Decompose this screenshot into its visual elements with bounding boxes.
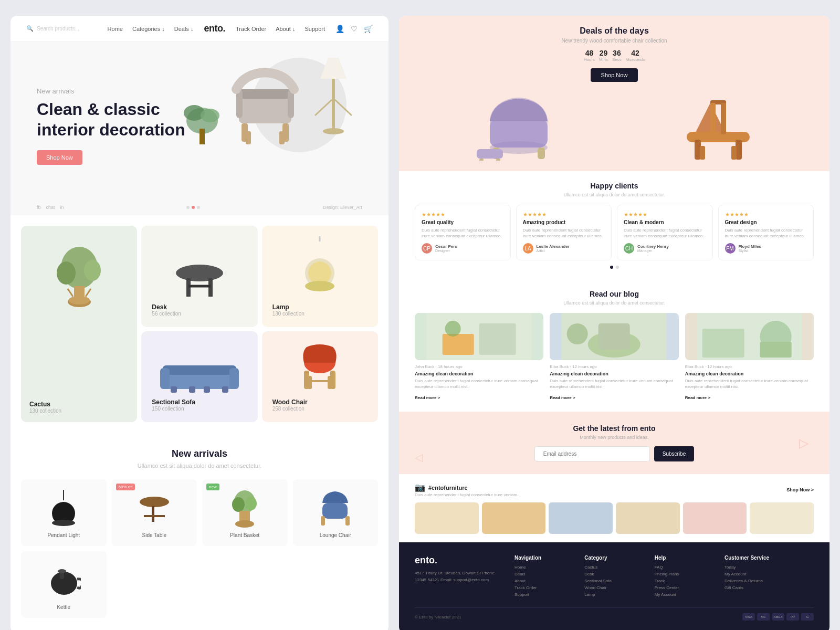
product-name-chair: Lounge Chair xyxy=(301,532,371,538)
review-text-3: Duis aute reprehenderit fugiat consectet… xyxy=(624,227,706,239)
wishlist-icon[interactable]: ♡ xyxy=(351,25,358,33)
footer-cs-account[interactable]: My Account xyxy=(724,572,814,576)
svg-point-16 xyxy=(323,128,344,134)
insta-img-6[interactable] xyxy=(750,502,814,534)
footer-help-press[interactable]: Press Center xyxy=(655,585,714,590)
product-pendant-light[interactable]: Pendant Light xyxy=(21,479,107,546)
nav-track[interactable]: Track Order xyxy=(236,26,266,32)
insta-img-3[interactable] xyxy=(549,502,613,534)
svg-rect-75 xyxy=(700,146,705,160)
product-lounge-chair[interactable]: Lounge Chair xyxy=(293,479,379,546)
nav-deals[interactable]: Deals ↓ xyxy=(174,26,194,32)
nav-about[interactable]: About ↓ xyxy=(276,26,295,32)
side-table-icon xyxy=(139,491,170,526)
right-panel: Deals of the days New trendy wood comfor… xyxy=(399,16,830,630)
search-bar[interactable]: 🔍 Search products... xyxy=(26,25,97,32)
product-plant-basket[interactable]: new Plant Basket xyxy=(202,479,288,546)
footer-category-col: Category Cactus Desk Sectional Sofa Wood… xyxy=(584,555,644,599)
social-in[interactable]: in xyxy=(60,205,64,210)
happy-clients-section: Happy clients Ullamco est sit aliqua dol… xyxy=(399,171,830,279)
category-desk[interactable]: Desk 56 collection xyxy=(141,226,257,327)
blog-read-more-3[interactable]: Read more > xyxy=(685,395,710,400)
dot-3[interactable] xyxy=(197,206,200,209)
insta-img-5[interactable] xyxy=(683,502,747,534)
cart-icon[interactable]: 🛒 xyxy=(364,25,373,33)
insta-img-4[interactable] xyxy=(616,502,680,534)
review-dot-1[interactable] xyxy=(610,266,613,269)
svg-point-19 xyxy=(84,260,101,281)
instagram-shop-link[interactable]: Shop Now > xyxy=(786,487,814,492)
payment-amex: AMEX xyxy=(772,613,784,621)
footer-cs-deliveries[interactable]: Deliveries & Returns xyxy=(724,579,814,583)
cat-wood-chair-count: 258 collection xyxy=(272,406,368,412)
user-icon[interactable]: 👤 xyxy=(335,25,344,33)
footer: ento. 4517 Tibury Dr. Steuben, Dowart St… xyxy=(399,542,830,630)
svg-marker-12 xyxy=(320,58,346,79)
dot-2[interactable] xyxy=(192,206,195,209)
svg-rect-34 xyxy=(163,365,236,375)
blog-post-text-3: Duis aute reprehenderit fugiat consectet… xyxy=(685,379,814,390)
footer-help-track[interactable]: Track xyxy=(655,579,714,583)
product-name-pendant: Pendant Light xyxy=(29,532,99,538)
social-fb[interactable]: fb xyxy=(37,205,41,210)
blog-read-more-2[interactable]: Read more > xyxy=(550,395,575,400)
hero-section: New arrivals Clean & classic interior de… xyxy=(10,42,388,200)
newsletter-email-input[interactable] xyxy=(534,446,650,461)
blog-read-more-1[interactable]: Read more > xyxy=(415,395,440,400)
nav-home[interactable]: Home xyxy=(108,26,123,32)
cat-desk-name: Desk xyxy=(152,303,247,311)
nav-support[interactable]: Support xyxy=(304,26,325,32)
footer-link-track[interactable]: Track Order xyxy=(514,585,574,590)
footer-cs-today[interactable]: Today xyxy=(724,565,814,570)
footer-cat-desk[interactable]: Desk xyxy=(584,572,644,576)
dot-1[interactable] xyxy=(186,206,190,209)
footer-link-support[interactable]: Support xyxy=(514,592,574,597)
category-sofa[interactable]: Sectional Sofa 150 collection xyxy=(141,331,257,422)
svg-point-54 xyxy=(232,497,245,512)
footer-help-pricing[interactable]: Pricing Plans xyxy=(655,572,714,576)
subscribe-button[interactable]: Subscribe xyxy=(654,446,694,461)
nav-categories[interactable]: Categories ↓ xyxy=(132,26,165,32)
svg-point-22 xyxy=(69,296,90,304)
product-side-table[interactable]: 50% off Side Table xyxy=(112,479,197,546)
footer-link-home[interactable]: Home xyxy=(514,565,574,570)
svg-point-82 xyxy=(445,321,461,337)
blog-post-text-2: Duis aute reprehenderit fugiat consectet… xyxy=(550,379,678,390)
review-dot-2[interactable] xyxy=(616,266,619,269)
footer-cs-gift[interactable]: Gift Cards xyxy=(724,585,814,590)
footer-help-account[interactable]: My Account xyxy=(655,592,714,597)
product-kettle[interactable]: Kettle xyxy=(21,551,107,618)
countdown-secs: 36 Secs xyxy=(612,49,622,62)
footer-cat-lamp[interactable]: Lamp xyxy=(584,592,644,597)
svg-point-55 xyxy=(245,497,257,510)
payment-gpay: G xyxy=(801,613,814,621)
categories-grid: Cactus 130 collection Desk 56 collection xyxy=(10,215,388,433)
insta-img-1[interactable] xyxy=(415,502,479,534)
new-arrivals-subtitle: Ullamco est sit aliqua dolor do amet con… xyxy=(21,463,378,469)
social-chat[interactable]: chat xyxy=(46,205,55,210)
review-text-1: Duis aute reprehenderit fugiat consectet… xyxy=(422,227,504,239)
lamp-illustration xyxy=(304,236,335,299)
footer-cat-chair[interactable]: Wood Chair xyxy=(584,585,644,590)
category-cactus[interactable]: Cactus 130 collection xyxy=(21,226,137,422)
reviewer-avatar-4: FM xyxy=(725,243,736,254)
blog-meta-1: John Buck · 18 hours ago xyxy=(415,364,543,369)
footer-link-deals[interactable]: Deals xyxy=(514,572,574,576)
footer-cat-cactus[interactable]: Cactus xyxy=(584,565,644,570)
hero-cta-button[interactable]: Shop Now xyxy=(37,150,82,165)
footer-cat-sofa[interactable]: Sectional Sofa xyxy=(584,579,644,583)
category-wood-chair[interactable]: Wood Chair 258 collection xyxy=(262,331,378,422)
footer-link-about[interactable]: About xyxy=(514,579,574,583)
countdown-timer: 48 Hours 29 Mins 36 Secs 42 Mseconds xyxy=(415,49,814,62)
review-title-1: Great quality xyxy=(422,219,504,225)
reviewer-2: LA Leslie Alexander Artist xyxy=(523,243,605,254)
sofa-illustration xyxy=(160,358,239,394)
product-name-plant: Plant Basket xyxy=(210,532,280,538)
footer-help-faq[interactable]: FAQ xyxy=(655,565,714,570)
svg-rect-76 xyxy=(731,146,737,160)
lounge-chair-icon xyxy=(318,490,352,527)
reviews-grid: ★★★★★ Great quality Duis aute reprehende… xyxy=(415,205,814,260)
insta-img-2[interactable] xyxy=(482,502,546,534)
category-lamp[interactable]: Lamp 130 collection xyxy=(262,226,378,327)
deals-shop-button[interactable]: Shop Now xyxy=(591,68,638,82)
